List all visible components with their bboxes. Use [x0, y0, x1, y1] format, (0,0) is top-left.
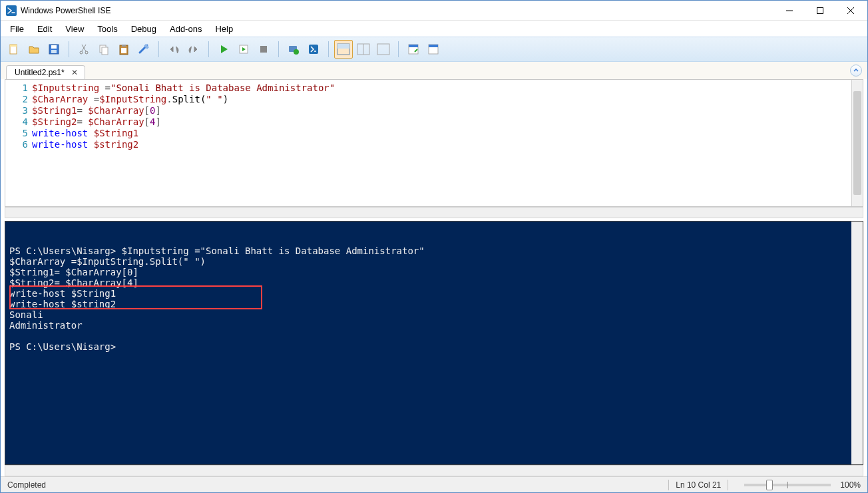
window-controls: [774, 1, 866, 21]
run-selection-button[interactable]: [234, 40, 253, 59]
cut-button[interactable]: [75, 40, 93, 59]
code-content[interactable]: $Inputstring ="Sonali Bhatt is Database …: [32, 80, 851, 206]
menubar: FileEditViewToolsDebugAdd-onsHelp: [1, 21, 867, 37]
clear-console-button[interactable]: [134, 40, 153, 59]
line-number-gutter: 123456: [5, 80, 32, 206]
powershell-app-icon: [6, 5, 17, 16]
close-button[interactable]: [835, 1, 866, 21]
show-script-top-button[interactable]: [334, 40, 353, 59]
svg-rect-18: [260, 46, 267, 53]
svg-point-10: [80, 51, 83, 54]
svg-rect-9: [51, 50, 57, 53]
copy-button[interactable]: [95, 40, 113, 59]
editor-tab-strip: Untitled2.ps1* ✕: [1, 62, 867, 79]
open-file-button[interactable]: [25, 40, 43, 59]
toolbar: [1, 37, 867, 62]
svg-rect-6: [10, 45, 17, 47]
powershell-tab-button[interactable]: [304, 40, 323, 59]
show-command-addon-button[interactable]: [404, 40, 423, 59]
show-command-window-button[interactable]: [424, 40, 443, 59]
paste-button[interactable]: [114, 40, 133, 59]
svg-rect-2: [817, 7, 823, 13]
svg-rect-30: [429, 45, 438, 47]
console-vscrollbar[interactable]: [851, 222, 863, 464]
status-text: Completed: [7, 480, 46, 490]
maximize-button[interactable]: [805, 1, 835, 21]
file-tab[interactable]: Untitled2.ps1* ✕: [6, 65, 85, 79]
menu-tools[interactable]: Tools: [91, 22, 124, 36]
new-file-button[interactable]: [5, 40, 23, 59]
output-highlight-annotation: [9, 285, 262, 309]
svg-point-11: [85, 51, 88, 54]
collapse-script-button[interactable]: [850, 65, 862, 77]
menu-edit[interactable]: Edit: [31, 22, 59, 36]
editor-vscrollbar[interactable]: [851, 80, 863, 206]
titlebar: Windows PowerShell ISE: [1, 1, 867, 21]
zoom-slider[interactable]: [744, 484, 831, 486]
cursor-position: Ln 10 Col 21: [676, 480, 721, 490]
show-script-max-button[interactable]: [374, 40, 393, 59]
menu-help[interactable]: Help: [208, 22, 240, 36]
save-button[interactable]: [45, 40, 63, 59]
menu-debug[interactable]: Debug: [124, 22, 163, 36]
menu-add-ons[interactable]: Add-ons: [163, 22, 208, 36]
menu-view[interactable]: View: [59, 22, 91, 36]
console-hscrollbar[interactable]: [5, 465, 863, 476]
show-script-right-button[interactable]: [354, 40, 373, 59]
file-tab-label: Untitled2.ps1*: [15, 68, 65, 77]
svg-rect-28: [409, 45, 418, 47]
window-title: Windows PowerShell ISE: [21, 6, 774, 15]
svg-rect-8: [51, 45, 57, 49]
svg-point-20: [294, 49, 299, 55]
menu-file[interactable]: File: [3, 22, 31, 36]
undo-button[interactable]: [164, 40, 183, 59]
svg-rect-15: [122, 45, 126, 47]
stop-button[interactable]: [254, 40, 273, 59]
close-tab-icon[interactable]: ✕: [70, 68, 79, 77]
svg-rect-16: [121, 48, 126, 53]
svg-rect-23: [337, 44, 349, 49]
run-script-button[interactable]: [214, 40, 233, 59]
svg-rect-26: [377, 44, 389, 55]
redo-button[interactable]: [184, 40, 203, 59]
new-remote-tab-button[interactable]: [284, 40, 303, 59]
statusbar: Completed Ln 10 Col 21 100%: [1, 476, 867, 492]
minimize-button[interactable]: [774, 1, 805, 21]
console-pane[interactable]: PS C:\Users\Nisarg> $Inputstring ="Sonal…: [5, 221, 863, 465]
script-editor[interactable]: 123456 $Inputstring ="Sonali Bhatt is Da…: [5, 79, 863, 207]
zoom-label: 100%: [840, 480, 861, 490]
editor-hscrollbar[interactable]: [5, 207, 863, 218]
svg-rect-13: [102, 47, 108, 55]
